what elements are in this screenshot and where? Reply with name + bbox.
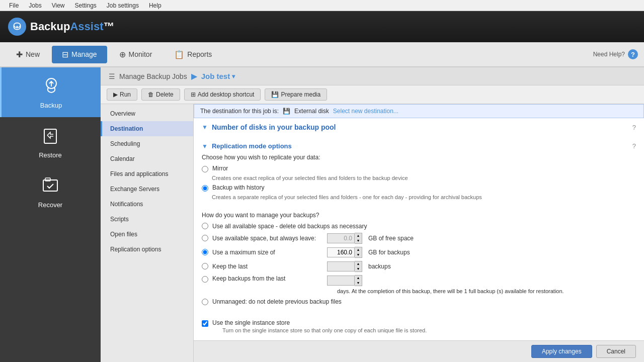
max-size-unit: GB for backups [368, 249, 410, 256]
prepare-icon: 💾 [271, 91, 279, 98]
nav-replication[interactable]: Replication options [101, 242, 193, 257]
nav-overview[interactable]: Overview [101, 106, 193, 121]
max-size-down[interactable]: ▼ [355, 252, 362, 257]
shortcut-button[interactable]: ⊞ Add desktop shortcut [184, 88, 261, 101]
logo-area: BackupAssist™ [8, 18, 115, 36]
restore-icon [40, 125, 60, 149]
cancel-button[interactable]: Cancel [596, 345, 636, 358]
nav-openfiles[interactable]: Open files [101, 227, 193, 242]
max-size-spinbox: ▲ ▼ [327, 247, 362, 258]
single-instance-checkbox[interactable] [202, 320, 208, 327]
use-all-radio[interactable] [202, 223, 208, 229]
shortcut-label: Add desktop shortcut [198, 91, 255, 98]
select-destination-link[interactable]: Select new destination... [333, 108, 398, 115]
left-sidebar: Backup Restore Recover [0, 67, 101, 362]
right-panel: Overview Destination Scheduling Calendar… [101, 104, 644, 362]
nav-destination[interactable]: Destination [101, 121, 193, 136]
prepare-button[interactable]: 💾 Prepare media [265, 88, 327, 101]
max-size-up[interactable]: ▲ [355, 247, 362, 252]
keep-last-spin-btns: ▲ ▼ [355, 261, 362, 272]
nav-notifications[interactable]: Notifications [101, 197, 193, 212]
menu-job-settings[interactable]: Job settings [102, 1, 144, 10]
apply-changes-button[interactable]: Apply changes [531, 345, 592, 358]
keep-last-spinbox: ▲ ▼ [327, 261, 362, 272]
nav-calendar[interactable]: Calendar [101, 151, 193, 166]
keep-from-down[interactable]: ▼ [355, 281, 362, 286]
free-space-up[interactable]: ▲ [355, 233, 362, 238]
keep-last-down[interactable]: ▼ [355, 266, 362, 272]
nav-files[interactable]: Files and applications [101, 166, 193, 182]
free-space-input[interactable] [327, 233, 355, 243]
delete-label: Delete [156, 91, 174, 98]
replication-title: Replication mode options [212, 142, 292, 150]
menu-help[interactable]: Help [144, 1, 167, 10]
sidebar-item-recover[interactable]: Recover [0, 167, 101, 217]
new-button[interactable]: ✚ New [6, 46, 50, 63]
pool-section: ▼ Number of disks in your backup pool ? [194, 118, 644, 140]
nav-scripts[interactable]: Scripts [101, 212, 193, 227]
manage-button[interactable]: ⊟ Manage [52, 46, 107, 63]
replication-help-icon[interactable]: ? [632, 142, 636, 150]
page-content: The destination for this job is: 💾 Exter… [194, 104, 644, 340]
free-space-down[interactable]: ▼ [355, 238, 362, 243]
menu-view[interactable]: View [47, 1, 70, 10]
keep-from-extra-desc: days. At the completion of this backup, … [337, 287, 564, 296]
manage-use-max-row: Use a maximum size of ▲ ▼ GB for backups [202, 247, 636, 258]
recover-label: Recover [38, 201, 62, 209]
mirror-radio-row: Mirror [202, 165, 636, 172]
replication-mode-section: ▼ Replication mode options ? Choose how … [194, 140, 644, 209]
run-label: Run [120, 91, 131, 98]
backup-history-radio[interactable] [202, 185, 208, 192]
run-button[interactable]: ▶ Run [107, 88, 137, 101]
toolbar: ▶ Run 🗑 Delete ⊞ Add desktop shortcut 💾 … [101, 85, 644, 104]
menu-jobs[interactable]: Jobs [24, 1, 46, 10]
use-all-label: Use all available space - delete old bac… [212, 223, 367, 230]
main-layout: Backup Restore Recover [0, 67, 644, 362]
keep-last-unit: backups [368, 263, 391, 270]
menu-settings[interactable]: Settings [70, 1, 102, 10]
destination-prefix: The destination for this job is: [200, 108, 279, 115]
keep-last-radio[interactable] [202, 263, 208, 269]
mirror-radio[interactable] [202, 166, 208, 172]
menu-file[interactable]: File [4, 1, 24, 10]
keep-from-input[interactable] [327, 276, 355, 286]
pool-help-icon[interactable]: ? [632, 124, 636, 131]
keep-last-up[interactable]: ▲ [355, 261, 362, 266]
max-size-input[interactable] [327, 247, 355, 257]
manage-label: How do you want to manage your backups? [202, 212, 636, 219]
reports-button[interactable]: 📋 Reports [164, 46, 222, 63]
job-dropdown-arrow[interactable]: ▾ [232, 73, 235, 80]
nav-exchange[interactable]: Exchange Servers [101, 182, 193, 197]
replication-toggle[interactable]: ▼ [202, 143, 208, 150]
manage-label: Manage [71, 50, 97, 58]
sidebar-item-backup[interactable]: Backup [0, 67, 101, 117]
keep-from-up[interactable]: ▲ [355, 276, 362, 281]
delete-button[interactable]: 🗑 Delete [141, 88, 180, 101]
mirror-label: Mirror [212, 165, 228, 172]
nav-bar: ✚ New ⊟ Manage ⊕ Monitor 📋 Reports Need … [0, 42, 644, 67]
footer-bar: Apply changes Cancel [194, 340, 644, 362]
single-instance-desc: Turn on the single instance store so tha… [222, 327, 427, 333]
help-button[interactable]: Need Help? ? [593, 49, 638, 59]
breadcrumb-current-job[interactable]: Job test ▾ [201, 72, 235, 80]
manage-section: How do you want to manage your backups? … [194, 209, 644, 312]
nav-scheduling[interactable]: Scheduling [101, 136, 193, 151]
breadcrumb-manage[interactable]: Manage Backup Jobs [119, 72, 187, 80]
pool-toggle[interactable]: ▼ [202, 124, 208, 131]
use-available-radio[interactable] [202, 235, 208, 241]
help-label: Need Help? [593, 51, 625, 58]
run-icon: ▶ [113, 91, 118, 98]
pool-section-header: ▼ Number of disks in your backup pool ? [202, 123, 636, 131]
use-max-radio[interactable] [202, 249, 208, 255]
keep-from-spinbox: ▲ ▼ [327, 275, 362, 286]
single-instance-label: Use the single instance store [212, 319, 290, 326]
unmanaged-radio[interactable] [202, 299, 208, 305]
app-header: BackupAssist™ [0, 11, 644, 42]
keep-from-radio[interactable] [202, 276, 208, 283]
sidebar-item-restore[interactable]: Restore [0, 117, 101, 167]
manage-use-all-row: Use all available space - delete old bac… [202, 223, 636, 230]
keep-last-input[interactable] [327, 261, 355, 272]
menu-bar: File Jobs View Settings Job settings Hel… [0, 0, 644, 11]
manage-keep-from-row: Keep backups from the last ▲ ▼ [202, 275, 636, 296]
monitor-button[interactable]: ⊕ Monitor [109, 46, 163, 63]
